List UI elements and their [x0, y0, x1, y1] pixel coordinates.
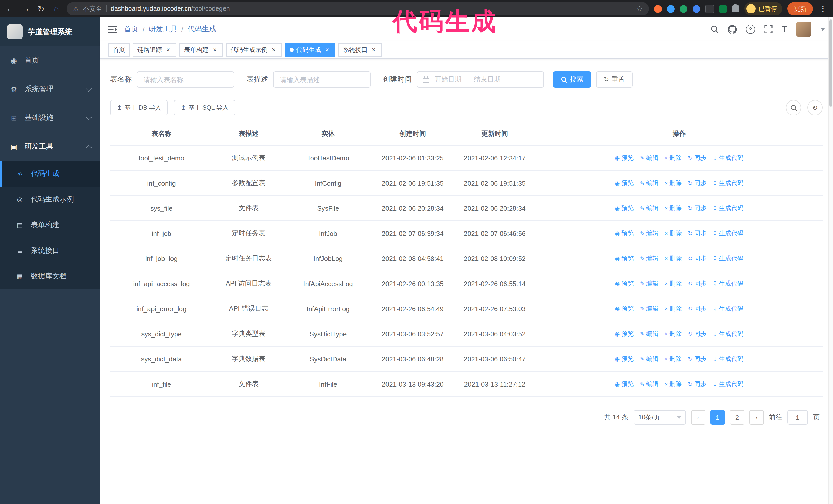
generate-code-link[interactable]: ↧生成代码 [713, 254, 743, 263]
sidebar-item-form-builder[interactable]: ▤ 表单构建 [0, 212, 100, 238]
reload-button[interactable]: ↻ [36, 4, 46, 14]
sidebar-item-system[interactable]: ⚙ 系统管理 [0, 75, 100, 103]
breadcrumb-item[interactable]: 研发工具 [149, 25, 177, 34]
sidebar-item-codegen[interactable]: ‹/› 代码生成 [0, 161, 100, 187]
reset-button[interactable]: ↻ 重置 [596, 71, 633, 88]
table-desc-input[interactable] [273, 71, 371, 88]
sidebar-item-home[interactable]: ◉ 首页 [0, 46, 100, 75]
sync-link[interactable]: ↻同步 [688, 204, 706, 213]
extension-icon[interactable] [680, 5, 687, 13]
close-icon[interactable]: × [211, 46, 218, 53]
delete-link[interactable]: ×删除 [665, 229, 682, 238]
delete-link[interactable]: ×删除 [665, 153, 682, 162]
generate-code-link[interactable]: ↧生成代码 [713, 355, 743, 363]
hamburger-icon[interactable] [108, 25, 117, 33]
sync-link[interactable]: ↻同步 [688, 229, 706, 238]
chrome-update-button[interactable]: 更新 [787, 2, 813, 16]
page-size-select[interactable]: 10条/页 [634, 410, 686, 425]
edit-link[interactable]: ✎编辑 [640, 304, 659, 313]
table-name-input[interactable] [137, 71, 234, 88]
preview-link[interactable]: ◉预览 [615, 179, 634, 187]
delete-link[interactable]: ×删除 [665, 179, 682, 187]
goto-page-input[interactable] [787, 410, 808, 425]
sidebar-item-infra[interactable]: ⊞ 基础设施 [0, 103, 100, 132]
user-avatar[interactable] [796, 22, 811, 37]
browser-menu-icon[interactable]: ⋮ [818, 4, 828, 13]
tab-codegen[interactable]: 代码生成× [285, 43, 335, 57]
sync-link[interactable]: ↻同步 [688, 279, 706, 288]
edit-link[interactable]: ✎编辑 [640, 179, 659, 187]
sync-link[interactable]: ↻同步 [688, 179, 706, 187]
font-size-icon[interactable]: T [782, 25, 787, 34]
edit-link[interactable]: ✎编辑 [640, 229, 659, 238]
sync-link[interactable]: ↻同步 [688, 355, 706, 363]
sidebar-item-system-api[interactable]: ≣ 系统接口 [0, 238, 100, 264]
avatar-caret-icon[interactable] [821, 28, 825, 30]
import-sql-button[interactable]: ↥ 基于 SQL 导入 [174, 100, 235, 115]
extension-icon[interactable] [705, 4, 714, 13]
delete-link[interactable]: ×删除 [665, 380, 682, 388]
delete-link[interactable]: ×删除 [665, 330, 682, 338]
delete-link[interactable]: ×删除 [665, 279, 682, 288]
generate-code-link[interactable]: ↧生成代码 [713, 380, 743, 388]
back-button[interactable]: ← [5, 4, 15, 13]
preview-link[interactable]: ◉预览 [615, 279, 634, 288]
sync-link[interactable]: ↻同步 [688, 330, 706, 338]
home-button[interactable]: ⌂ [51, 4, 62, 13]
edit-link[interactable]: ✎编辑 [640, 380, 659, 388]
toggle-search-button[interactable] [786, 100, 801, 115]
close-icon[interactable]: × [324, 46, 331, 53]
tab-codegen-example[interactable]: 代码生成示例× [226, 43, 282, 57]
edit-link[interactable]: ✎编辑 [640, 153, 659, 162]
preview-link[interactable]: ◉预览 [615, 204, 634, 213]
sidebar-item-devtools[interactable]: ▣ 研发工具 [0, 132, 100, 161]
edit-link[interactable]: ✎编辑 [640, 254, 659, 263]
sidebar-item-db-doc[interactable]: ▦ 数据库文档 [0, 264, 100, 289]
sync-link[interactable]: ↻同步 [688, 254, 706, 263]
profile-paused-badge[interactable]: 已暂停 [744, 2, 782, 16]
preview-link[interactable]: ◉预览 [615, 254, 634, 263]
preview-link[interactable]: ◉预览 [615, 380, 634, 388]
delete-link[interactable]: ×删除 [665, 204, 682, 213]
page-button-1[interactable]: 1 [711, 410, 725, 425]
page-button-2[interactable]: 2 [730, 410, 744, 425]
generate-code-link[interactable]: ↧生成代码 [713, 204, 743, 213]
refresh-table-button[interactable]: ↻ [807, 100, 823, 115]
extensions-puzzle-icon[interactable] [732, 5, 739, 12]
preview-link[interactable]: ◉预览 [615, 153, 634, 162]
preview-link[interactable]: ◉预览 [615, 330, 634, 338]
generate-code-link[interactable]: ↧生成代码 [713, 229, 743, 238]
generate-code-link[interactable]: ↧生成代码 [713, 279, 743, 288]
app-logo[interactable]: 芋道管理系统 [0, 18, 100, 46]
preview-link[interactable]: ◉预览 [615, 355, 634, 363]
extension-icon[interactable] [719, 5, 727, 13]
fullscreen-icon[interactable] [764, 25, 772, 33]
search-icon[interactable] [711, 25, 719, 33]
breadcrumb-item[interactable]: 代码生成 [188, 25, 216, 34]
generate-code-link[interactable]: ↧生成代码 [713, 179, 743, 187]
sync-link[interactable]: ↻同步 [688, 380, 706, 388]
delete-link[interactable]: ×删除 [665, 304, 682, 313]
tab-form-builder[interactable]: 表单构建× [180, 43, 223, 57]
close-icon[interactable]: × [165, 46, 172, 53]
sync-link[interactable]: ↻同步 [688, 153, 706, 162]
delete-link[interactable]: ×删除 [665, 254, 682, 263]
generate-code-link[interactable]: ↧生成代码 [713, 153, 743, 162]
bookmark-star-icon[interactable]: ☆ [636, 5, 643, 13]
github-icon[interactable] [728, 25, 737, 33]
edit-link[interactable]: ✎编辑 [640, 355, 659, 363]
tab-trace[interactable]: 链路追踪× [133, 43, 176, 57]
tab-system-api[interactable]: 系统接口× [338, 43, 382, 57]
prev-page-button[interactable]: ‹ [691, 410, 705, 425]
extension-icon[interactable] [693, 5, 700, 13]
generate-code-link[interactable]: ↧生成代码 [713, 304, 743, 313]
preview-link[interactable]: ◉预览 [615, 229, 634, 238]
scrollbar-thumb[interactable] [829, 20, 832, 106]
next-page-button[interactable]: › [749, 410, 764, 425]
tab-home[interactable]: 首页 [108, 43, 130, 57]
sync-link[interactable]: ↻同步 [688, 304, 706, 313]
edit-link[interactable]: ✎编辑 [640, 330, 659, 338]
create-time-range-picker[interactable]: 开始日期 - 结束日期 [417, 71, 544, 88]
extension-icon[interactable] [654, 5, 662, 13]
import-db-button[interactable]: ↥ 基于 DB 导入 [110, 100, 168, 115]
